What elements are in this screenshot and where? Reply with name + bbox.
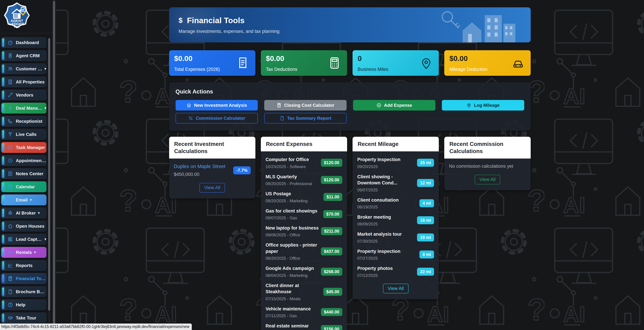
investment-amount: $450,000.00	[174, 172, 231, 177]
expense-name: Vehicle maintenance	[266, 306, 318, 312]
expense-row-new-laptop-for-business: New laptop for business 09/06/2025 - Off…	[266, 225, 342, 237]
sidebar-item-agent-crm[interactable]: Agent CRM	[1, 50, 46, 61]
house-plus-icon	[186, 103, 192, 108]
accent-bar	[2, 300, 4, 309]
chart-icon	[8, 263, 13, 268]
chevron-down-icon: ▾	[38, 211, 40, 215]
sidebar-item-brochure-builder[interactable]: Brochure Builder	[1, 286, 46, 297]
expense-row-office-supplies-printer-paper: Office supplies - printer paper 08/20/20…	[266, 242, 342, 261]
quick-action-log-mileage[interactable]: Log Mileage	[442, 100, 524, 111]
miles-badge: 25 mi	[417, 159, 434, 167]
miles-badge: 19 mi	[417, 233, 434, 241]
quick-action-tax-summary-report[interactable]: Tax Summary Report	[264, 113, 346, 123]
pin-icon	[420, 56, 433, 70]
sidebar-item-calendar[interactable]: Calendar	[1, 181, 46, 192]
clock-icon	[8, 158, 13, 163]
sidebar-item-rentals[interactable]: Rentals ▾	[1, 247, 46, 258]
page-scrollbar-thumb[interactable]	[53, 1, 55, 326]
quick-actions-row-2: Commission Calculator Tax Summary Report	[176, 113, 524, 123]
mileage-row-client-consultation: Client consultation 08/19/2025 4 mi	[357, 197, 434, 209]
miles-badge: 4 mi	[420, 199, 434, 207]
quick-action-label: Commission Calculator	[196, 116, 245, 121]
sidebar-item-help[interactable]: Help	[1, 299, 46, 310]
view-all-mileage-button[interactable]: View All	[383, 284, 408, 293]
quick-action-label: Add Expense	[384, 103, 412, 108]
empty-state-text: No commission calculations yet	[449, 164, 526, 169]
expense-row-computer-for-office: Computer for Office 10/23/2025 - Softwar…	[266, 156, 342, 169]
trip-name: Property Inspection	[357, 156, 415, 163]
expense-meta: 09/20/2025 - Professional	[266, 181, 318, 186]
plus-circle-icon	[376, 103, 382, 108]
amount-badge: $11.00	[324, 193, 342, 201]
expense-meta: 09/20/2025 - Marketing	[266, 199, 321, 203]
calendar-icon	[8, 184, 13, 190]
calculator-icon	[8, 276, 13, 281]
page-scrollbar[interactable]	[52, 0, 56, 330]
sidebar-item-ai-broker[interactable]: AI Broker ▾	[1, 208, 46, 218]
expense-row-real-estate-seminar: Real estate seminar 07/10/2025 - Educati…	[266, 323, 342, 330]
sidebar-item-email[interactable]: Email ▾	[1, 194, 46, 205]
stat-label: Total Expenses (2026)	[174, 67, 220, 72]
sidebar-scrollbar-thumb[interactable]	[48, 38, 50, 310]
expense-name: Gas for client showings	[266, 208, 321, 214]
expense-meta: 09/07/2025 - Gas	[266, 216, 321, 220]
quick-action-closing-cost-calculator[interactable]: Closing Cost Calculator	[264, 100, 346, 111]
sidebar-item-dashboard[interactable]: Dashboard	[1, 37, 46, 48]
quick-action-label: Closing Cost Calculator	[284, 103, 334, 108]
sidebar-item-lead-capture[interactable]: Lead Capture ▾	[1, 234, 46, 245]
sidebar-item-label: Deal Manager	[16, 106, 42, 111]
investment-link[interactable]: Duplex on Maple Street	[174, 164, 231, 169]
accent-bar	[2, 52, 4, 60]
sidebar: AGENT LEDGER PRO Dashboard Agent CRM	[0, 0, 52, 330]
sidebar-item-notes-center[interactable]: Notes Center	[1, 168, 46, 179]
card-title: Recent Commission Calculations	[444, 137, 530, 159]
accent-bar	[2, 143, 4, 152]
expense-meta: 08/04/2025 - Marketing	[266, 273, 318, 278]
quick-action-label: Tax Summary Report	[287, 116, 332, 121]
accent-bar	[2, 91, 4, 99]
amount-badge: $120.00	[321, 159, 342, 167]
tools-icon	[8, 92, 13, 98]
view-all-commission-button[interactable]: View All	[475, 175, 500, 184]
amount-badge: $437.00	[321, 247, 342, 255]
sidebar-item-reports[interactable]: Reports	[1, 260, 46, 271]
trip-date: 07/27/2025	[357, 256, 417, 261]
sidebar-item-customer-crm[interactable]: Customer CRM ▾	[1, 63, 46, 74]
amount-badge: $120.00	[321, 176, 342, 184]
sidebar-item-receptionist[interactable]: Receptionist	[1, 116, 46, 127]
trip-name: Broker meeting	[357, 214, 415, 220]
sidebar-item-task-manager[interactable]: Task Manager	[1, 142, 46, 153]
mileage-row-property-photos: Property photos 07/12/2025 22 mi	[357, 265, 434, 278]
sidebar-item-all-properties[interactable]: All Properties	[1, 77, 46, 87]
expense-name: Real estate seminar	[266, 323, 318, 329]
quick-action-new-investment-analysis[interactable]: New Investment Analysis	[176, 100, 258, 111]
sidebar-item-deal-manager[interactable]: $ Deal Manager ▾	[1, 103, 46, 114]
quick-action-commission-calculator[interactable]: Commission Calculator	[176, 113, 258, 123]
sidebar-item-vendors[interactable]: Vendors	[1, 90, 46, 101]
sidebar-nav: Dashboard Agent CRM Customer CRM ▾ All	[0, 33, 48, 330]
trip-date: 07/30/2025	[357, 239, 415, 244]
investment-row-duplex-on-maple-street: Duplex on Maple Street $450,000.00 -7.7%	[174, 164, 250, 177]
car-icon	[511, 56, 525, 70]
sidebar-item-open-houses[interactable]: Open Houses	[1, 221, 46, 232]
quick-actions-panel: Quick Actions New Investment Analysis Cl…	[169, 82, 531, 131]
expense-row-us-postage: US Postage 09/20/2025 - Marketing $11.00	[266, 191, 342, 203]
sidebar-item-take-tour[interactable]: Take Tour	[1, 312, 46, 323]
quick-action-label: Log Mileage	[474, 103, 500, 108]
file-icon	[8, 289, 13, 294]
stat-card-business-miles: 0 Business Miles	[352, 50, 439, 76]
view-all-investments-button[interactable]: View All	[200, 183, 225, 193]
expense-name: Google Ads campaign	[266, 265, 318, 271]
chevron-down-icon: ▾	[44, 106, 46, 110]
trip-date: 07/12/2025	[357, 273, 415, 278]
accent-bar	[2, 287, 4, 296]
accent-bar	[2, 156, 4, 165]
sidebar-item-financial-tools[interactable]: Financial Tools	[1, 273, 46, 284]
phone-icon	[8, 119, 13, 124]
quick-action-add-expense[interactable]: Add Expense	[353, 100, 436, 111]
sidebar-item-live-calls[interactable]: Live Calls	[1, 129, 46, 140]
sidebar-scrollbar[interactable]	[48, 38, 50, 328]
amount-badge: $156.00	[321, 325, 342, 330]
change-badge: -7.7%	[233, 166, 250, 174]
sidebar-item-appointment-ce[interactable]: Appointment Ce...	[1, 155, 46, 166]
